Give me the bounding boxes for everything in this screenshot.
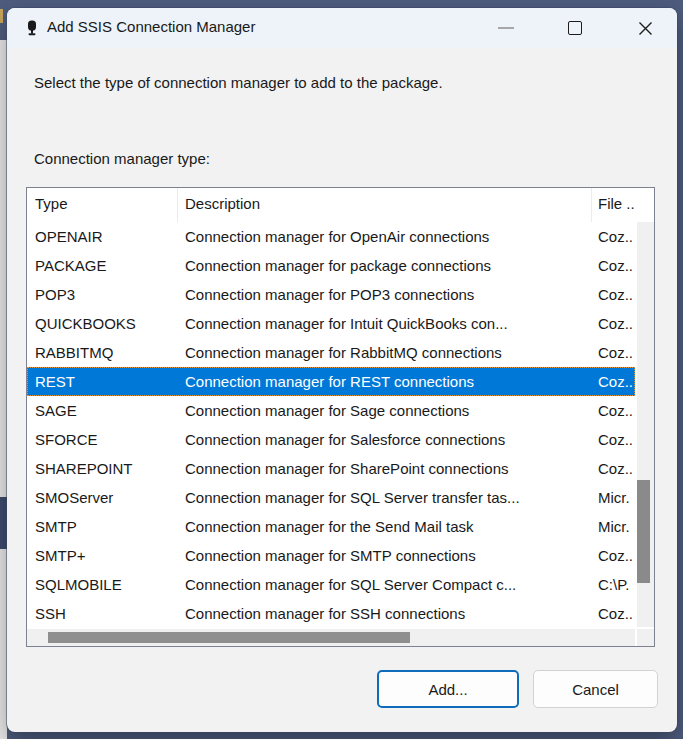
table-row[interactable]: REST Connection manager for REST connect… (27, 367, 635, 396)
cell-file: C:\P. (592, 570, 635, 599)
cell-type: SSH (27, 599, 178, 628)
cell-file: Coz.. (592, 222, 635, 251)
table-row[interactable]: PACKAGE Connection manager for package c… (27, 251, 635, 280)
cell-description: Connection manager for the Send Mail tas… (178, 512, 592, 541)
cell-type: RABBITMQ (27, 338, 178, 367)
window-title: Add SSIS Connection Manager (47, 18, 255, 35)
table-row[interactable]: SFORCE Connection manager for Salesforce… (27, 425, 635, 454)
column-header-file[interactable]: File .. (592, 188, 652, 222)
cell-description: Connection manager for REST connections (178, 367, 592, 396)
close-icon (638, 21, 653, 36)
minimize-button[interactable] (486, 8, 526, 48)
connection-type-list: Type Description File .. OPENAIR Connect… (26, 187, 655, 647)
cell-file: Coz.. (592, 338, 635, 367)
column-header-description[interactable]: Description (178, 188, 592, 222)
maximize-icon (568, 21, 582, 35)
cell-file: Coz.. (592, 367, 635, 396)
vertical-scrollbar-thumb[interactable] (637, 480, 650, 583)
cell-type: SMOServer (27, 483, 178, 512)
cell-description: Connection manager for SMTP connections (178, 541, 592, 570)
table-row[interactable]: POP3 Connection manager for POP3 connect… (27, 280, 635, 309)
background-window-edge-segment (0, 497, 7, 549)
cell-type: POP3 (27, 280, 178, 309)
list-rows: OPENAIR Connection manager for OpenAir c… (27, 222, 635, 628)
cell-file: Coz.. (592, 280, 635, 309)
scrollbar-corner (637, 629, 654, 646)
vertical-scrollbar[interactable] (637, 222, 654, 627)
cancel-button[interactable]: Cancel (533, 670, 658, 708)
cell-description: Connection manager for SQL Server Compac… (178, 570, 592, 599)
table-row[interactable]: SMTP Connection manager for the Send Mai… (27, 512, 635, 541)
minimize-icon (498, 27, 514, 29)
table-row[interactable]: QUICKBOOKS Connection manager for Intuit… (27, 309, 635, 338)
cell-file: Coz.. (592, 396, 635, 425)
cell-file: Micr. (592, 483, 635, 512)
cell-type: SQLMOBILE (27, 570, 178, 599)
screen: Add SSIS Connection Manager Select the t… (0, 0, 683, 739)
cell-description: Connection manager for Sage connections (178, 396, 592, 425)
cell-file: Coz.. (592, 309, 635, 338)
column-header-type[interactable]: Type (27, 188, 178, 222)
cell-description: Connection manager for SSH connections (178, 599, 592, 628)
cell-type: SFORCE (27, 425, 178, 454)
table-row[interactable]: SMTP+ Connection manager for SMTP connec… (27, 541, 635, 570)
cell-description: Connection manager for POP3 connections (178, 280, 592, 309)
cell-file: Micr. (592, 512, 635, 541)
dialog-instruction: Select the type of connection manager to… (34, 74, 443, 91)
cell-file: Coz.. (592, 541, 635, 570)
cell-type: SHAREPOINT (27, 454, 178, 483)
table-row[interactable]: OPENAIR Connection manager for OpenAir c… (27, 222, 635, 251)
table-row[interactable]: SAGE Connection manager for Sage connect… (27, 396, 635, 425)
cell-description: Connection manager for package connectio… (178, 251, 592, 280)
add-button[interactable]: Add... (377, 670, 519, 708)
cell-type: SMTP (27, 512, 178, 541)
table-row[interactable]: SQLMOBILE Connection manager for SQL Ser… (27, 570, 635, 599)
titlebar[interactable]: Add SSIS Connection Manager (7, 8, 677, 48)
horizontal-scrollbar[interactable] (27, 629, 635, 646)
cell-description: Connection manager for SQL Server transf… (178, 483, 592, 512)
cell-type: REST (27, 367, 178, 396)
cell-type: SAGE (27, 396, 178, 425)
close-button[interactable] (623, 8, 667, 48)
table-row[interactable]: SHAREPOINT Connection manager for ShareP… (27, 454, 635, 483)
cell-file: Coz.. (592, 251, 635, 280)
cell-description: Connection manager for RabbitMQ connecti… (178, 338, 592, 367)
table-row[interactable]: SSH Connection manager for SSH connectio… (27, 599, 635, 628)
table-row[interactable]: RABBITMQ Connection manager for RabbitMQ… (27, 338, 635, 367)
cell-description: Connection manager for OpenAir connectio… (178, 222, 592, 251)
cell-type: OPENAIR (27, 222, 178, 251)
cell-description: Connection manager for Salesforce connec… (178, 425, 592, 454)
cell-file: Coz.. (592, 425, 635, 454)
table-row[interactable]: SMOServer Connection manager for SQL Ser… (27, 483, 635, 512)
cell-description: Connection manager for Intuit QuickBooks… (178, 309, 592, 338)
cell-type: PACKAGE (27, 251, 178, 280)
background-window-sliver (0, 9, 3, 23)
cell-file: Coz.. (592, 454, 635, 483)
cell-type: QUICKBOOKS (27, 309, 178, 338)
connection-manager-plug-icon (24, 20, 40, 36)
list-header: Type Description File .. (27, 188, 652, 222)
connection-type-label: Connection manager type: (34, 150, 210, 167)
horizontal-scrollbar-thumb[interactable] (48, 632, 410, 643)
cell-description: Connection manager for SharePoint connec… (178, 454, 592, 483)
cell-type: SMTP+ (27, 541, 178, 570)
dialog-add-ssis-connection-manager: Add SSIS Connection Manager Select the t… (7, 8, 677, 732)
maximize-button[interactable] (555, 8, 595, 48)
background-window-edge (0, 40, 7, 739)
cell-file: Coz.. (592, 599, 635, 628)
